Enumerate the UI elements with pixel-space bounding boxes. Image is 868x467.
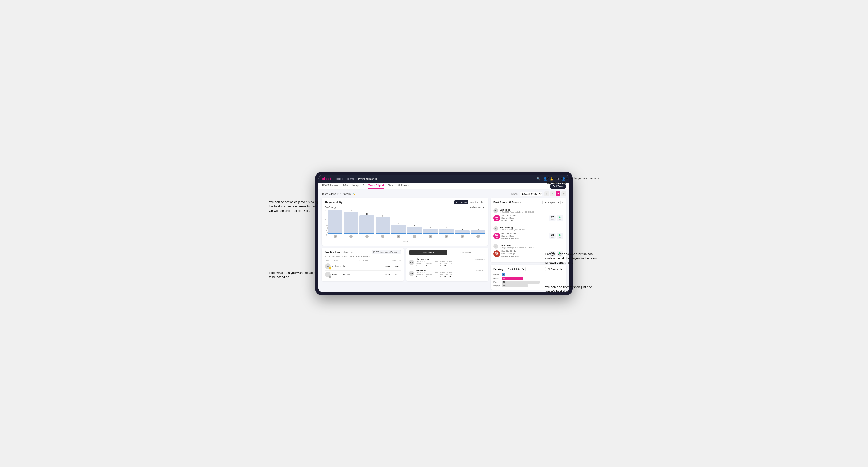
scoring-val-bogeys: 315 <box>503 285 506 286</box>
leaderboard-title: Practice Leaderboards <box>324 251 352 253</box>
left-panels: Player Activity On Course Practice Drill… <box>322 198 488 290</box>
bar-avatar: R <box>429 235 432 238</box>
arg-val-2: 0 <box>444 275 448 278</box>
tablet-device: clippd Home Teams My Performance 🔍 👤 🔔 ⊕… <box>315 172 573 295</box>
bar-value: 12 <box>350 210 352 211</box>
search-icon[interactable]: 🔍 <box>536 177 540 181</box>
rounds-section: Total Rounds Tournament7 Practice6 <box>415 261 432 267</box>
chart-footer: Total Rounds Players <box>324 239 486 243</box>
player-2-pb-avg: 107 <box>393 273 401 276</box>
arg-val: 0 <box>444 264 448 267</box>
bar <box>407 227 422 234</box>
x-axis-footer: Players <box>326 239 485 243</box>
scoring-bar-birdies: 96 <box>502 277 523 280</box>
bar-value: 2 <box>478 228 478 230</box>
rank-badge-2: 2 <box>329 276 331 278</box>
bar-highlight <box>439 234 454 234</box>
active-player-2-info: Rees Britt 02 Sep 2023 Total Rounds To <box>415 269 486 278</box>
bar-highlight <box>471 234 486 234</box>
active-player-1-info: Blair McHarg 26 Aug 2023 Total Rounds <box>415 258 486 267</box>
most-active-btn[interactable]: Most Active <box>409 250 447 255</box>
tab-pgat-players[interactable]: PGAT Players <box>322 184 338 189</box>
shot-stats-1: 67 yds 0 yds <box>549 215 563 221</box>
active-toggle-group: Most Active Least Active <box>409 250 486 255</box>
shot-row-2[interactable]: BM Blair McHarg 23 Jul 2023 · Ashridge G… <box>493 224 563 242</box>
team-header-controls: Show: Last 3 months ⊞ ≡ ♥ ⚙ <box>511 191 566 196</box>
tab-pga[interactable]: PGA <box>343 184 348 189</box>
scoring-bar-eagles: 3 <box>502 273 505 276</box>
practice-activities-section: Total Practice Activities GTT0 APP0 ARG0… <box>435 261 454 267</box>
tab-hcaps[interactable]: Hcaps 1-5 <box>352 184 364 189</box>
player-2-avatar: EC 2 <box>325 272 331 277</box>
all-shots-tab[interactable]: All Shots <box>508 201 519 204</box>
best-shots-header: Best Shots All Shots ▾ All Players ▾ <box>493 200 563 205</box>
shot-stat-unit-2-2: yds <box>558 237 562 238</box>
active-player-2-date: 02 Sep 2023 <box>475 269 486 272</box>
grid-view-icon[interactable]: ⊞ <box>545 191 549 196</box>
shot-player-name-2: Blair McHarg <box>500 226 526 229</box>
shot-player-name-3: David Ford <box>500 244 534 247</box>
least-active-btn[interactable]: Least Active <box>447 250 485 255</box>
shot-row-1[interactable]: MM Matt Miller 09 Jun 2023 · Royal North… <box>493 206 563 224</box>
practice-drills-toggle[interactable]: Practice Drills <box>468 200 485 204</box>
total-practice-label-2: Total Practice Activities <box>435 272 454 274</box>
tab-tour[interactable]: Tour <box>388 184 393 189</box>
practice-val-2: 4 <box>426 275 432 278</box>
bar-highlight <box>455 234 469 234</box>
annotation-top-right: Choose the timescale you wish to see the… <box>547 177 599 185</box>
bar-group: 3R <box>423 226 438 238</box>
active-player-1-avatar: BM <box>409 260 414 265</box>
active-player-1-stats: Total Rounds Tournament7 Practice6 <box>415 261 486 267</box>
player-1-pb-avg: 110 <box>393 265 401 268</box>
timescale-select[interactable]: Last 3 months <box>520 191 542 196</box>
shot-stat-val-2-1: 0 <box>558 216 562 219</box>
user-icon[interactable]: 👤 <box>543 177 547 181</box>
bar-avatar: L <box>476 235 480 238</box>
all-players-select[interactable]: All Players <box>542 200 561 205</box>
leaderboard-row-2[interactable]: EC 2 Edward Crossman 18/20 107 <box>324 271 401 279</box>
shot-stat-remain-2: 0 yds <box>557 233 563 239</box>
bar <box>455 230 469 234</box>
scoring-val-eagles: 3 <box>503 274 504 275</box>
bar-group: 3M <box>439 226 454 238</box>
leaderboard-header: Practice Leaderboards PUTT Must Make Put… <box>324 250 401 254</box>
bar-group: 10D <box>360 213 374 238</box>
content-area: Team Clippd | 14 Players ✏️ Show: Last 3… <box>318 189 569 292</box>
tab-team-clippd[interactable]: Team Clippd <box>368 184 384 189</box>
heart-view-icon[interactable]: ♥ <box>556 191 560 196</box>
bar-value: 3 <box>430 226 431 228</box>
shot-chevron-2: › <box>563 227 563 230</box>
scoring-label-eagles: Eagles <box>493 273 500 276</box>
player-1-pb-score: 19/20 <box>384 265 392 268</box>
edit-team-icon[interactable]: ✏️ <box>352 193 355 195</box>
bar-value: 10 <box>366 213 368 215</box>
scoring-filter-select[interactable]: Par 3, 4 & 5s <box>505 267 526 271</box>
scoring-players-select[interactable]: All Players <box>545 267 563 271</box>
active-player-1-date: 26 Aug 2023 <box>475 258 486 260</box>
tab-all-players[interactable]: All Players <box>398 184 410 189</box>
bar-highlight <box>328 234 342 234</box>
active-player-row-2[interactable]: RB Rees Britt 02 Sep 2023 T <box>409 268 486 279</box>
leaderboard-filter-btn[interactable]: PUTT Must Make Putting ... <box>372 250 401 254</box>
scoring-label-pars: Pars <box>493 281 500 283</box>
x-axis-label: Players <box>402 241 408 243</box>
practice-label: Practice <box>426 262 432 264</box>
leaderboard-row-1[interactable]: RB 1 Richard Butler 19/20 110 <box>324 262 401 271</box>
bar <box>423 228 438 234</box>
col-pb-score: PB SCORE <box>360 259 369 261</box>
nav-teams[interactable]: Teams <box>347 177 354 180</box>
player-activity-header: Player Activity On Course Practice Drill… <box>324 200 486 205</box>
chart-dropdown[interactable]: Total Rounds <box>468 206 486 209</box>
shot-stat-unit-1: yds <box>550 219 555 220</box>
nav-my-performance[interactable]: My Performance <box>358 177 377 180</box>
nav-home[interactable]: Home <box>336 177 343 180</box>
bar <box>391 225 406 234</box>
bar-group: 5E <box>391 223 406 238</box>
tournament-val-2: 8 <box>415 275 424 278</box>
scoring-title: Scoring <box>493 268 503 271</box>
list-view-icon[interactable]: ≡ <box>550 191 555 196</box>
shot-chevron-3: › <box>563 245 563 248</box>
settings-view-icon[interactable]: ⚙ <box>561 191 566 196</box>
on-course-toggle[interactable]: On Course <box>454 200 468 204</box>
active-player-row-1[interactable]: BM Blair McHarg 26 Aug 2023 <box>409 257 486 268</box>
